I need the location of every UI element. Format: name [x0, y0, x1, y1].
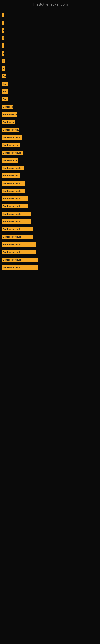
bar-row: Bottleneck result	[0, 180, 100, 186]
bar-row: Bottleneck resi	[0, 142, 100, 148]
bar-row: Bottleneck re	[0, 112, 100, 117]
bar-row: Bottleneck result	[0, 211, 100, 217]
bars-container: |FFBFFBBBoBottBoBottBottlenecBottleneck …	[0, 8, 100, 276]
bar-label: F	[3, 29, 4, 32]
bar-item: Bottleneck result	[2, 166, 24, 170]
bar-label: Bottleneck resu	[3, 128, 19, 131]
bar-item: Bottleneck result	[2, 212, 31, 216]
bar-item: Bottleneck result	[2, 250, 36, 254]
bar-row: Bott	[0, 96, 100, 102]
bar-label: Bottleneck	[3, 121, 14, 123]
bar-row: Bottleneck result	[0, 165, 100, 171]
bar-label: Bottleneck result	[3, 190, 21, 192]
bar-label: Bottleneck result	[3, 167, 21, 169]
bar-row: B	[0, 58, 100, 64]
bar-row: Bottleneck result	[0, 135, 100, 140]
bar-row: Bottleneck	[0, 119, 100, 125]
bar-item: Bottlenec	[2, 105, 13, 109]
bar-row: Bottlenec	[0, 104, 100, 110]
bar-label: Bott	[3, 83, 7, 85]
bar-item: F	[2, 28, 4, 32]
bar-row: Bottleneck result	[0, 219, 100, 224]
bar-label: Bo	[3, 75, 6, 78]
bar-row: F	[0, 50, 100, 56]
bar-item: Bottleneck result	[2, 242, 36, 247]
bar-row: F	[0, 43, 100, 48]
bar-item: Bottleneck result	[2, 189, 25, 193]
bar-label: F	[3, 22, 4, 24]
bar-label: Bottleneck result	[3, 266, 21, 269]
bar-label: F	[3, 52, 4, 54]
bar-item: Bottleneck result	[2, 265, 38, 270]
bar-item: Bottleneck result	[2, 258, 38, 262]
site-title: TheBottlenecker.com	[0, 0, 100, 8]
bar-item: |	[2, 13, 3, 17]
bar-label: Bottleneck result	[3, 136, 21, 139]
bar-item: Bottleneck result	[2, 150, 23, 155]
bar-item: Bottleneck result	[2, 181, 25, 186]
bar-item: Bott	[2, 97, 8, 102]
bar-row: Bottleneck resu	[0, 127, 100, 132]
bar-row: Bo	[0, 74, 100, 79]
bar-item: B	[2, 66, 5, 71]
bar-item: Bo	[2, 89, 8, 94]
bar-item: Bo	[2, 74, 6, 78]
bar-item: Bottleneck resu	[2, 174, 20, 178]
bar-item: F	[2, 44, 4, 48]
bar-label: Bottleneck result	[3, 220, 21, 223]
bar-label: Bottleneck result	[3, 152, 21, 154]
bar-label: Bottleneck resu	[3, 174, 19, 177]
bar-label: Bottleneck result	[3, 243, 21, 246]
bar-label: Bottleneck result	[3, 182, 21, 184]
bar-row: Bottleneck result	[0, 150, 100, 156]
bar-item: F	[2, 20, 4, 25]
bar-item: Bottleneck result	[2, 227, 33, 232]
bar-label: B	[3, 68, 4, 70]
bar-item: Bottleneck result	[2, 135, 22, 140]
bar-row: B	[0, 35, 100, 41]
bar-label: Bottlenec	[3, 106, 13, 108]
bar-row: Bottleneck re	[0, 158, 100, 163]
bar-row: Bottleneck resu	[0, 173, 100, 178]
bar-label: Bo	[3, 90, 6, 93]
bar-label: Bottleneck resi	[3, 144, 19, 146]
bar-label: Bottleneck result	[3, 228, 21, 230]
bar-row: Bottleneck result	[0, 265, 100, 270]
bar-row: Bottleneck result	[0, 234, 100, 240]
bar-row: F	[0, 20, 100, 26]
bar-row: F	[0, 28, 100, 33]
bar-item: Bottleneck result	[2, 219, 31, 224]
bar-label: B	[3, 60, 4, 62]
bar-label: |	[3, 14, 3, 16]
bar-item: Bottleneck result	[2, 204, 28, 208]
bar-item: Bottleneck result	[2, 196, 28, 201]
bar-label: Bottleneck result	[3, 198, 21, 200]
bar-label: Bottleneck re	[3, 113, 17, 116]
bar-item: Bottleneck	[2, 120, 15, 124]
bar-item: Bottleneck resu	[2, 128, 19, 132]
bar-row: Bottleneck result	[0, 226, 100, 232]
bar-row: Bott	[0, 81, 100, 87]
bar-row: |	[0, 12, 100, 18]
bar-label: Bottleneck re	[3, 159, 17, 162]
bar-item: Bottleneck result	[2, 235, 33, 239]
bar-item: Bottleneck re	[2, 158, 18, 162]
bar-label: Bottleneck result	[3, 213, 21, 215]
bar-row: B	[0, 66, 100, 72]
bar-item: B	[2, 59, 5, 63]
bar-item: B	[2, 36, 4, 40]
bar-label: B	[3, 37, 4, 39]
bar-item: Bott	[2, 82, 8, 86]
bar-row: Bottleneck result	[0, 204, 100, 209]
bar-item: F	[2, 51, 4, 56]
bar-label: Bottleneck result	[3, 236, 21, 238]
bar-label: Bott	[3, 98, 7, 100]
bar-row: Bottleneck result	[0, 188, 100, 194]
bar-label: Bottleneck result	[3, 205, 21, 208]
bar-item: Bottleneck resi	[2, 143, 20, 147]
bar-row: Bottleneck result	[0, 249, 100, 255]
bar-label: Bottleneck result	[3, 251, 21, 253]
bar-label: F	[3, 44, 4, 47]
bar-row: Bottleneck result	[0, 242, 100, 247]
bar-row: Bottleneck result	[0, 196, 100, 202]
